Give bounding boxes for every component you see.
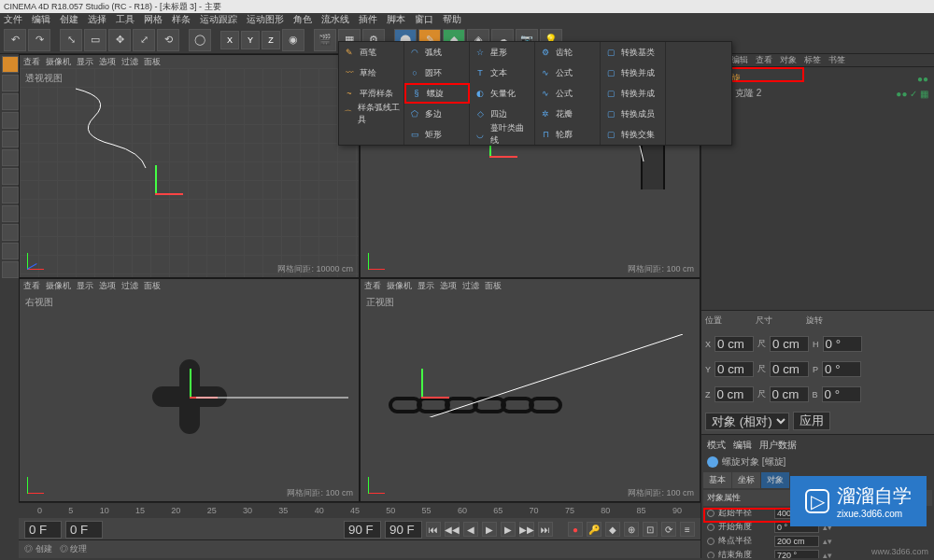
lock-button[interactable]	[2, 261, 19, 278]
model-mode-button[interactable]	[2, 56, 19, 73]
menu-pipeline[interactable]: 流水线	[321, 13, 349, 26]
select-rect-button[interactable]: ▭	[84, 29, 106, 51]
menu-create[interactable]: 创建	[60, 13, 78, 26]
spline-smooth-item[interactable]: ~平滑样条	[339, 83, 404, 104]
tl-param-button[interactable]: ≡	[680, 522, 695, 537]
menubar[interactable]: 文件 编辑 创建 选择 工具 网格 样条 运动跟踪 运动图形 角色 流水线 插件…	[0, 13, 934, 26]
rot-b-field[interactable]	[822, 386, 861, 402]
spline-arc-item[interactable]: ◠弧线	[404, 42, 470, 63]
spline-cissoid-item[interactable]: ◡蔓叶类曲线	[470, 124, 535, 145]
pos-z-field[interactable]	[715, 386, 754, 402]
attr-tab-coord[interactable]: 坐标	[732, 472, 760, 488]
edge-mode-button[interactable]	[2, 149, 19, 166]
menu-tools[interactable]: 工具	[116, 13, 134, 26]
tl-play-button[interactable]: ▶	[482, 522, 497, 537]
scale-button[interactable]: ⤢	[133, 29, 155, 51]
axis-z-button[interactable]: Z	[262, 31, 280, 49]
recent-tool-button[interactable]: ◯	[189, 29, 211, 51]
spline-text-item[interactable]: T文本	[470, 63, 535, 83]
menu-spline[interactable]: 样条	[172, 13, 191, 26]
pos-x-field[interactable]	[715, 336, 754, 352]
tl-goend-button[interactable]: ⏭	[538, 522, 553, 537]
status-right[interactable]: ◎ 纹理	[60, 543, 88, 555]
spline-rect-item[interactable]: ▭矩形	[404, 124, 470, 145]
coord-mode-select[interactable]: 对象 (相对)	[705, 413, 789, 430]
menu-motrack[interactable]: 运动跟踪	[200, 13, 237, 26]
pos-y-field[interactable]	[715, 361, 754, 377]
menu-plugins[interactable]: 插件	[359, 13, 377, 26]
tl-nextkey-button[interactable]: ▶▶	[519, 522, 534, 537]
vp-bar-br[interactable]: 查看 摄像机 显示 选项 过滤 面板	[361, 279, 700, 292]
menu-character[interactable]: 角色	[293, 13, 312, 26]
tl-scale-button[interactable]: ⊡	[643, 522, 658, 537]
object-manager-tabs[interactable]: 文件 编辑 查看 对象 标签 书签	[701, 54, 934, 67]
attr-tab-object[interactable]: 对象	[761, 472, 789, 488]
rot-h-field[interactable]	[823, 336, 862, 352]
snap-button[interactable]	[2, 224, 19, 241]
spline-convert2-item[interactable]: ▢转换并成	[601, 63, 666, 83]
visibility-dot[interactable]: ●● ✓ ▦	[896, 89, 928, 99]
point-mode-button[interactable]	[2, 131, 19, 147]
menu-mesh[interactable]: 网格	[144, 13, 163, 26]
timeline-controls[interactable]: ⏮ ◀◀ ◀ ▶ ▶ ▶▶ ⏭ ● 🔑 ◆ ⊕ ⊡ ⟳ ≡	[19, 518, 700, 540]
viewport-right[interactable]: 查看 摄像机 显示 选项 过滤 面板 右视图 网格间距: 100 cm	[19, 278, 360, 502]
tl-nextframe-button[interactable]: ▶	[501, 522, 516, 537]
tl-end2-field[interactable]	[385, 521, 422, 539]
tl-pos-button[interactable]: ⊕	[624, 522, 639, 537]
spline-vectorize-item[interactable]: ◐矢量化	[470, 83, 535, 104]
axis-y-button[interactable]: Y	[241, 31, 260, 49]
coords-panel[interactable]: 位置 尺寸 旋转 X 尺 H Y 尺 P Z 尺 B 对象 (相对) 应用	[701, 310, 934, 434]
rot-p-field[interactable]	[822, 361, 861, 377]
menu-file[interactable]: 文件	[4, 13, 22, 26]
object-row-helix[interactable]: 螺旋 ●●	[705, 71, 930, 86]
spline-nside-item[interactable]: ⬠多边	[404, 104, 470, 124]
menu-select[interactable]: 选择	[88, 13, 106, 26]
apply-button[interactable]: 应用	[793, 412, 830, 430]
spline-convert5-item[interactable]: ▢转换交集	[601, 124, 666, 145]
axis-mode-button[interactable]	[2, 187, 19, 203]
spline-pen-item[interactable]: ✎画笔	[339, 42, 404, 63]
spline-formula-item[interactable]: ∿公式	[535, 63, 601, 83]
select-live-button[interactable]: ⤡	[60, 29, 82, 51]
object-mode-button[interactable]	[2, 75, 19, 91]
size-x-field[interactable]	[770, 336, 809, 352]
undo-button[interactable]: ↶	[4, 29, 26, 51]
move-button[interactable]: ✥	[108, 29, 131, 51]
menu-window[interactable]: 窗口	[415, 13, 433, 26]
texture-mode-button[interactable]	[2, 93, 19, 110]
workplane-button[interactable]	[2, 112, 19, 129]
vp-bar-tl[interactable]: 查看 摄像机 显示 选项 过滤 面板	[20, 55, 359, 68]
spline-circle-item[interactable]: ○圆环	[404, 63, 470, 83]
size-y-field[interactable]	[770, 361, 809, 377]
tl-prevframe-button[interactable]: ◀	[463, 522, 478, 537]
spline-convert1-item[interactable]: ▢转换基类	[601, 42, 666, 63]
size-z-field[interactable]	[770, 386, 809, 402]
status-left[interactable]: ◎ 创建	[24, 543, 52, 555]
spline-4side-item[interactable]: ◇四边	[470, 104, 535, 124]
spline-convert4-item[interactable]: ▢转换成员	[601, 104, 666, 124]
visibility-dot[interactable]: ●●	[917, 74, 928, 84]
workplane2-button[interactable]	[2, 243, 19, 259]
menu-script[interactable]: 脚本	[387, 13, 405, 26]
axis-x-button[interactable]: X	[220, 31, 239, 49]
viewport-front[interactable]: 查看 摄像机 显示 选项 过滤 面板 正视图 网格间距: 100 cm	[360, 278, 700, 502]
menu-mograph[interactable]: 运动图形	[247, 13, 284, 26]
attr-end-radius[interactable]: 终点半径▴▾	[703, 534, 932, 548]
tl-cur-field[interactable]	[65, 521, 103, 539]
tl-start-field[interactable]	[24, 521, 62, 539]
tl-prevkey-button[interactable]: ◀◀	[445, 522, 460, 537]
spline-formula2-item[interactable]: ∿公式	[535, 83, 601, 104]
timeline-ruler[interactable]: 0 5 10 15 20 25 30 35 40 45 50 55 60 65 …	[19, 503, 700, 518]
spline-gear-item[interactable]: ⚙齿轮	[535, 42, 601, 63]
tl-rot-button[interactable]: ⟳	[661, 522, 676, 537]
spline-star-item[interactable]: ☆星形	[470, 42, 535, 63]
tl-gostart-button[interactable]: ⏮	[426, 522, 441, 537]
polygon-mode-button[interactable]	[2, 168, 19, 185]
tl-keyopt-button[interactable]: ◆	[605, 522, 620, 537]
rotate-button[interactable]: ⟲	[157, 29, 179, 51]
spline-sketch-item[interactable]: 〰草绘	[339, 63, 404, 83]
attr-tab-basic[interactable]: 基本	[703, 472, 731, 488]
spline-profile-item[interactable]: ⊓轮廓	[535, 124, 601, 145]
menu-help[interactable]: 帮助	[443, 13, 461, 26]
menu-edit[interactable]: 编辑	[32, 13, 50, 26]
